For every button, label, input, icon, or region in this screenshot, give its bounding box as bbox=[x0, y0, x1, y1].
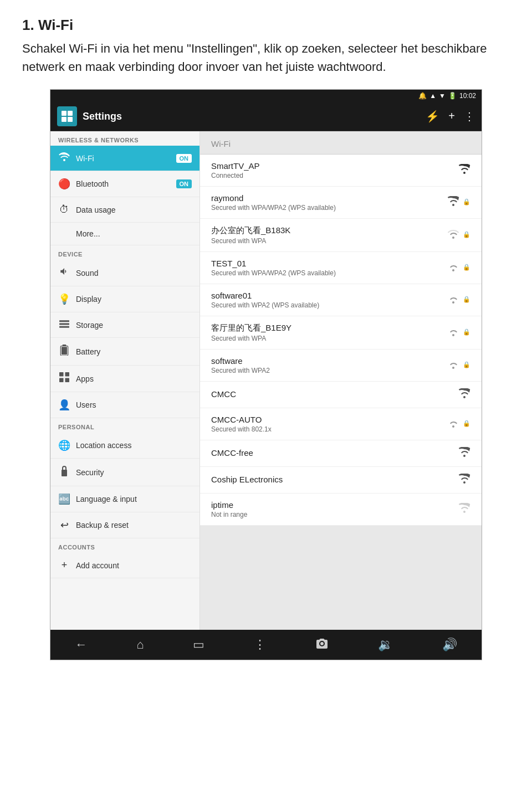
wifi-item-cmcc-auto[interactable]: CMCC-AUTO Secured with 802.1x 🔒 bbox=[200, 408, 482, 440]
wifi-name-office: 办公室的飞看_B183K bbox=[211, 225, 441, 236]
sidebar-item-backup[interactable]: ↩ Backup & reset bbox=[50, 512, 200, 538]
svg-rect-9 bbox=[62, 347, 67, 354]
sound-icon bbox=[58, 266, 70, 279]
wifi-signal-coship bbox=[458, 474, 470, 486]
action-bar: Settings ⚡ + ⋮ bbox=[50, 102, 482, 131]
wifi-name-livingroom: 客厅里的飞看_B1E9Y bbox=[211, 323, 441, 333]
wifi-item-raymond[interactable]: raymond Secured with WPA/WPA2 (WPS avail… bbox=[200, 187, 482, 219]
wifi-info-coship: Coship ELectronics bbox=[211, 475, 452, 485]
wifi-status-smarttv: Connected bbox=[211, 172, 452, 179]
wifi-info-software01: software01 Secured with WPA2 (WPS availa… bbox=[211, 291, 441, 309]
sidebar: WIRELESS & NETWORKS Wi-Fi ON 🔴 Bluetooth… bbox=[50, 131, 200, 630]
sidebar-item-apps[interactable]: Apps bbox=[50, 366, 200, 392]
wifi-signal-cmcc bbox=[458, 388, 470, 401]
wifi-toggle[interactable]: ON bbox=[176, 154, 192, 163]
add-button[interactable]: + bbox=[448, 110, 455, 123]
recents-button[interactable]: ▭ bbox=[186, 635, 211, 654]
sidebar-item-users[interactable]: 👤 Users bbox=[50, 392, 200, 418]
screenshot: 🔔 ▲ ▼ 🔋 10:02 Settings ⚡ + ⋮ WIR bbox=[50, 89, 482, 660]
wifi-status-cmcc-auto: Secured with 802.1x bbox=[211, 425, 441, 433]
sidebar-item-location[interactable]: 🌐 Location access bbox=[50, 433, 200, 459]
sidebar-item-more[interactable]: More... bbox=[50, 223, 200, 245]
location-label: Location access bbox=[76, 441, 192, 450]
storage-icon bbox=[58, 319, 70, 331]
wifi-item-coship[interactable]: Coship ELectronics bbox=[200, 467, 482, 494]
time: 10:02 bbox=[459, 92, 476, 100]
svg-rect-6 bbox=[59, 326, 69, 328]
wifi-signal-cmcc-auto: 🔒 bbox=[447, 418, 470, 430]
svg-rect-13 bbox=[65, 378, 70, 383]
wifi-status-iptime: Not in range bbox=[211, 511, 452, 518]
sidebar-item-sound[interactable]: Sound bbox=[50, 260, 200, 286]
wifi-info-cmcc-auto: CMCC-AUTO Secured with 802.1x bbox=[211, 415, 441, 433]
wifi-panel-title: Wi-Fi bbox=[211, 139, 231, 148]
intro-section: 1. Wi-Fi Schakel Wi-Fi in via het menu "… bbox=[22, 17, 510, 76]
wifi-info-livingroom: 客厅里的飞看_B1E9Y Secured with WPA bbox=[211, 323, 441, 342]
backup-icon: ↩ bbox=[58, 519, 70, 531]
action-buttons: ⚡ + ⋮ bbox=[426, 110, 475, 123]
bluetooth-label: Bluetooth bbox=[76, 179, 171, 188]
storage-label: Storage bbox=[76, 321, 192, 330]
camera-button[interactable] bbox=[309, 635, 335, 654]
users-icon: 👤 bbox=[58, 399, 70, 411]
wifi-name-cmcc-auto: CMCC-AUTO bbox=[211, 415, 441, 424]
wifi-item-cmcc-free[interactable]: CMCC-free bbox=[200, 440, 482, 467]
sidebar-item-battery[interactable]: Battery bbox=[50, 338, 200, 366]
sidebar-item-security[interactable]: Security bbox=[50, 459, 200, 486]
sidebar-item-language[interactable]: 🔤 Language & input bbox=[50, 486, 200, 512]
apps-label: Apps bbox=[76, 374, 192, 383]
svg-rect-2 bbox=[62, 117, 66, 122]
menu-button[interactable]: ⋮ bbox=[464, 110, 475, 123]
wifi-icon bbox=[58, 152, 70, 164]
wifi-signal-software: 🔒 bbox=[447, 359, 470, 372]
add-account-icon: + bbox=[58, 559, 70, 571]
bluetooth-toggle[interactable]: ON bbox=[176, 179, 192, 188]
wifi-item-software[interactable]: software Secured with WPA2 🔒 bbox=[200, 350, 482, 382]
home-button[interactable]: ⌂ bbox=[130, 635, 150, 654]
section-title-device: DEVICE bbox=[50, 245, 200, 260]
svg-rect-4 bbox=[59, 320, 69, 322]
wifi-info-raymond: raymond Secured with WPA/WPA2 (WPS avail… bbox=[211, 193, 441, 212]
language-icon: 🔤 bbox=[58, 493, 70, 505]
wifi-name-test01: TEST_01 bbox=[211, 259, 441, 268]
svg-rect-1 bbox=[68, 111, 73, 116]
flash-icon[interactable]: ⚡ bbox=[426, 110, 439, 123]
wifi-item-smarttv[interactable]: SmartTV_AP Connected bbox=[200, 155, 482, 187]
wifi-status-icon: ▼ bbox=[439, 92, 446, 100]
wifi-item-office[interactable]: 办公室的飞看_B183K Secured with WPA 🔒 bbox=[200, 219, 482, 252]
wifi-status-software: Secured with WPA2 bbox=[211, 367, 441, 374]
back-button[interactable]: ← bbox=[68, 635, 94, 654]
wifi-item-iptime[interactable]: iptime Not in range bbox=[200, 494, 482, 526]
sidebar-item-wifi[interactable]: Wi-Fi ON bbox=[50, 146, 200, 171]
wifi-item-test01[interactable]: TEST_01 Secured with WPA/WPA2 (WPS avail… bbox=[200, 252, 482, 284]
wifi-info-iptime: iptime Not in range bbox=[211, 500, 452, 518]
wifi-info-software: software Secured with WPA2 bbox=[211, 356, 441, 374]
sidebar-item-bluetooth[interactable]: 🔴 Bluetooth ON bbox=[50, 171, 200, 197]
volume-down-button[interactable]: 🔉 bbox=[371, 635, 400, 654]
wifi-signal-software01: 🔒 bbox=[447, 294, 470, 306]
notification-icon: 🔔 bbox=[418, 92, 427, 100]
volume-up-button[interactable]: 🔊 bbox=[436, 635, 464, 654]
data-usage-icon: ⏱ bbox=[58, 204, 70, 215]
wifi-status-test01: Secured with WPA/WPA2 (WPS available) bbox=[211, 269, 441, 277]
wifi-item-cmcc[interactable]: CMCC bbox=[200, 382, 482, 408]
svg-rect-14 bbox=[62, 470, 67, 476]
battery-icon: 🔋 bbox=[448, 92, 457, 100]
sidebar-item-display[interactable]: 💡 Display bbox=[50, 286, 200, 312]
wifi-name-cmcc: CMCC bbox=[211, 389, 452, 399]
wifi-item-livingroom[interactable]: 客厅里的飞看_B1E9Y Secured with WPA 🔒 bbox=[200, 316, 482, 350]
sidebar-item-data-usage[interactable]: ⏱ Data usage bbox=[50, 197, 200, 223]
security-label: Security bbox=[76, 468, 192, 477]
menu-nav-button[interactable]: ⋮ bbox=[247, 635, 273, 654]
sidebar-item-storage[interactable]: Storage bbox=[50, 312, 200, 338]
wifi-label: Wi-Fi bbox=[76, 154, 171, 163]
section-title-accounts: ACCOUNTS bbox=[50, 538, 200, 553]
wifi-status-raymond: Secured with WPA/WPA2 (WPS available) bbox=[211, 204, 441, 212]
battery-sidebar-icon bbox=[58, 345, 70, 358]
svg-rect-5 bbox=[59, 323, 69, 325]
right-panel: Wi-Fi SmartTV_AP Connected bbox=[200, 131, 482, 630]
sidebar-item-add-account[interactable]: + Add account bbox=[50, 553, 200, 578]
wifi-name-coship: Coship ELectronics bbox=[211, 475, 452, 484]
app-icon bbox=[57, 106, 77, 126]
wifi-item-software01[interactable]: software01 Secured with WPA2 (WPS availa… bbox=[200, 284, 482, 316]
